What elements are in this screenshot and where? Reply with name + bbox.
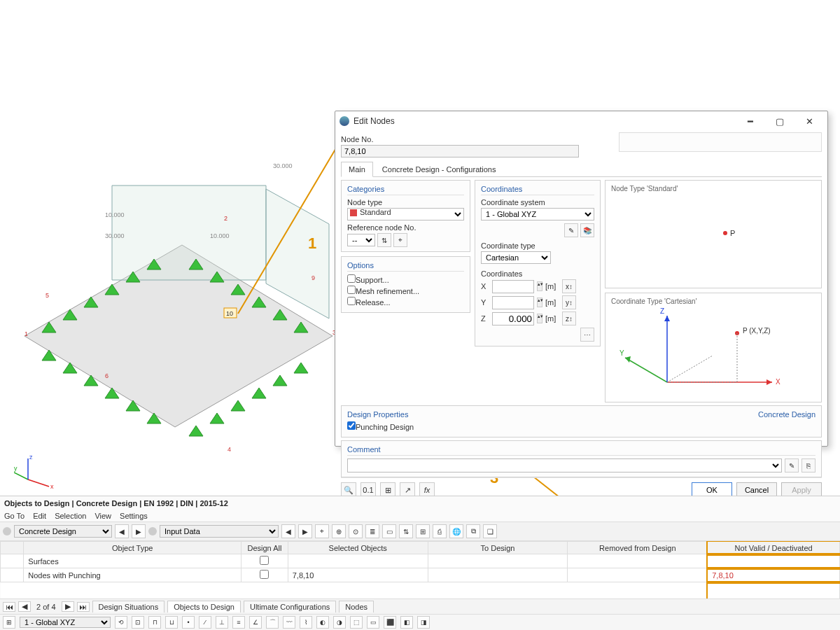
design-table[interactable]: Object Type Design All Selected Objects …: [0, 541, 840, 598]
tab-main[interactable]: Main: [341, 162, 373, 177]
cs-lib-icon[interactable]: 📚: [580, 223, 594, 237]
pick-node-icon[interactable]: ⌖: [393, 233, 407, 247]
sb-i9[interactable]: ∠: [249, 616, 262, 629]
maximize-icon[interactable]: ▢: [766, 113, 794, 130]
comment-select[interactable]: [347, 458, 782, 472]
tb-6[interactable]: ⇅: [399, 524, 413, 538]
support-checkbox[interactable]: Support...: [347, 274, 464, 284]
stepper-icon[interactable]: ⇅: [377, 233, 391, 247]
coord-y-input[interactable]: [492, 296, 534, 309]
tb-4[interactable]: ≣: [365, 524, 379, 538]
ct-select[interactable]: Cartesian: [481, 251, 551, 264]
design-dropdown[interactable]: Concrete Design: [14, 525, 112, 538]
sb-i19[interactable]: ◨: [417, 616, 430, 629]
menu-goto[interactable]: Go To: [4, 512, 24, 520]
sb-i18[interactable]: ◧: [400, 616, 413, 629]
app-icon: [340, 116, 349, 126]
mesh-checkbox[interactable]: Mesh refinement...: [347, 286, 464, 295]
ref-node-select[interactable]: --: [347, 234, 375, 246]
tab-design-situations[interactable]: Design Situations: [92, 601, 165, 612]
tb-11[interactable]: ❏: [483, 524, 497, 538]
sb-i2[interactable]: ⊡: [132, 616, 144, 629]
svg-text:30.000: 30.000: [105, 232, 125, 239]
cs-label: Coordinate system: [481, 198, 594, 206]
svg-marker-34: [189, 426, 203, 436]
tb-8[interactable]: ⎙: [433, 524, 447, 538]
tb-2[interactable]: ⊕: [332, 524, 346, 538]
sb-i7[interactable]: ⊥: [216, 616, 228, 629]
tab-nodes[interactable]: Nodes: [339, 601, 374, 612]
svg-text:6: 6: [105, 372, 108, 379]
sb-i1[interactable]: ⟲: [115, 616, 127, 629]
svg-marker-37: [252, 388, 266, 398]
sb-i10[interactable]: ⌒: [266, 616, 279, 629]
comment-edit-icon[interactable]: ✎: [785, 458, 799, 472]
table-row: Surfaces: [1, 554, 840, 568]
coord-z-icon[interactable]: z↕: [562, 312, 576, 326]
nav-next2-icon[interactable]: ▶: [298, 524, 312, 538]
svg-marker-35: [210, 413, 224, 424]
nav-prev2-icon[interactable]: ◀: [281, 524, 295, 538]
node-type-label: Node type: [347, 198, 464, 206]
punching-design-checkbox[interactable]: Punching Design: [347, 421, 816, 431]
tab-concrete-design[interactable]: Concrete Design - Configurations: [374, 162, 504, 176]
menu-selection[interactable]: Selection: [55, 512, 86, 520]
menu-edit[interactable]: Edit: [33, 512, 46, 520]
cs-select[interactable]: 1 - Global XYZ: [481, 208, 594, 220]
sb-i3[interactable]: ⊓: [148, 616, 161, 629]
comment-lib-icon[interactable]: ⎘: [802, 458, 816, 472]
coord-x-icon[interactable]: x↕: [562, 279, 576, 293]
coord-extras-icon[interactable]: ⋯: [580, 328, 594, 342]
tb-3[interactable]: ⊙: [349, 524, 363, 538]
pager-next-icon[interactable]: ▶: [62, 601, 74, 612]
sb-i16[interactable]: ▭: [367, 616, 379, 629]
tb-7[interactable]: ⊞: [416, 524, 430, 538]
coords-section-label: Coordinates: [481, 270, 594, 278]
sb-i11[interactable]: 〰: [283, 616, 295, 629]
nav-prev-icon[interactable]: ◀: [115, 524, 129, 538]
coord-z-input[interactable]: [492, 312, 534, 326]
menu-settings[interactable]: Settings: [120, 512, 148, 520]
release-checkbox[interactable]: Release...: [347, 297, 464, 307]
coord-x-input[interactable]: [492, 280, 534, 293]
node-type-select[interactable]: [347, 208, 464, 220]
menu-view[interactable]: View: [94, 512, 111, 520]
sb-i6[interactable]: ∕: [199, 616, 211, 629]
preview-thumb: [619, 132, 822, 152]
sb-i12[interactable]: ⌇: [300, 616, 312, 629]
pager-first-icon[interactable]: ⏮: [3, 602, 15, 612]
node-no-input[interactable]: [341, 145, 579, 158]
sb-i5[interactable]: •: [182, 616, 195, 629]
minimize-icon[interactable]: ━: [736, 113, 764, 130]
coord-y-icon[interactable]: y↕: [562, 295, 576, 309]
svg-line-54: [625, 358, 667, 382]
preview-coord-type: Coordinate Type 'Cartesian': [611, 298, 816, 305]
row-designall-checkbox[interactable]: [260, 556, 269, 565]
new-cs-icon[interactable]: ✎: [564, 223, 578, 237]
sb-grid-icon[interactable]: ⊞: [3, 616, 15, 629]
tab-objects-to-design[interactable]: Objects to Design: [167, 601, 241, 612]
sb-i13[interactable]: ◐: [316, 616, 329, 629]
dialog-titlebar[interactable]: Edit Nodes ━ ▢ ✕: [335, 111, 827, 131]
nav-next-icon[interactable]: ▶: [132, 524, 146, 538]
tb-9[interactable]: 🌐: [449, 524, 463, 538]
sb-i14[interactable]: ◑: [333, 616, 346, 629]
svg-text:X: X: [776, 378, 780, 386]
tab-ultimate-config[interactable]: Ultimate Configurations: [244, 601, 336, 612]
sb-i8[interactable]: ≡: [232, 616, 245, 629]
sb-i17[interactable]: ⬛: [384, 616, 396, 629]
tb-1[interactable]: ⌖: [315, 524, 329, 538]
tb-10[interactable]: ⧉: [466, 524, 480, 538]
sb-i4[interactable]: ⊔: [165, 616, 178, 629]
sb-cs-select[interactable]: 1 - Global XYZ: [20, 617, 111, 628]
row-designall-checkbox[interactable]: [260, 570, 269, 579]
close-icon[interactable]: ✕: [795, 113, 823, 130]
concrete-design-header: Concrete Design: [758, 410, 816, 419]
input-data-dropdown[interactable]: Input Data: [160, 525, 279, 538]
svg-text:10.000: 10.000: [105, 211, 125, 218]
sb-i15[interactable]: ⬚: [350, 616, 363, 629]
tb-5[interactable]: ▭: [382, 524, 396, 538]
svg-text:10.000: 10.000: [210, 232, 230, 239]
pager-prev-icon[interactable]: ◀: [18, 601, 31, 612]
pager-last-icon[interactable]: ⏭: [77, 602, 90, 612]
